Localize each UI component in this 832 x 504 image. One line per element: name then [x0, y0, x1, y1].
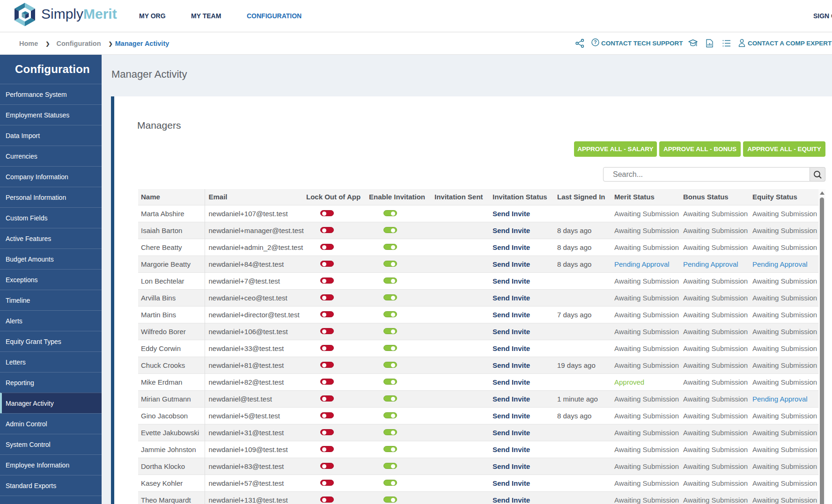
- svg-text:?: ?: [594, 39, 596, 45]
